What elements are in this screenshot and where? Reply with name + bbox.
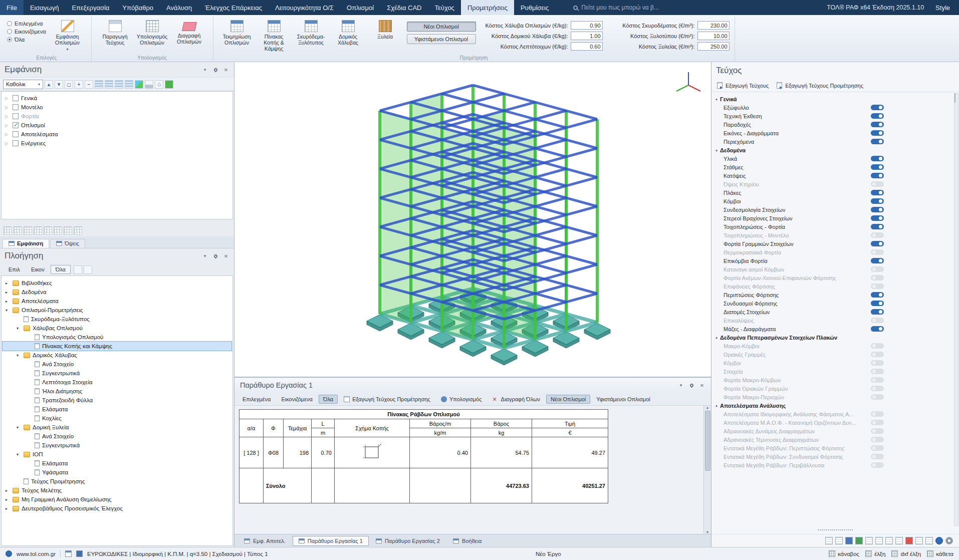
checkbox[interactable] bbox=[13, 113, 19, 119]
document-section-row[interactable]: Τοιχοπληρώσεις - Μοντέλο bbox=[711, 231, 959, 239]
toolbar-button[interactable]: Διαγραφή Όλων bbox=[488, 395, 545, 404]
nav-tree-item[interactable]: Αποτελέσματα bbox=[3, 297, 231, 306]
layer-menu-icon[interactable] bbox=[125, 80, 133, 89]
toggle-switch[interactable] bbox=[871, 394, 884, 400]
document-section-row[interactable]: Επικαλύψεις bbox=[711, 316, 959, 325]
chart-icon[interactable] bbox=[885, 537, 893, 544]
document-section-row[interactable]: Πλάκες bbox=[711, 188, 959, 197]
scope-radio[interactable]: Εικονιζόμενα bbox=[7, 29, 46, 35]
expand-arrow-icon[interactable] bbox=[17, 353, 21, 358]
nav-tree-item[interactable]: Υφάσματα bbox=[3, 468, 231, 477]
mode-toggle-button[interactable]: Νέοι Οπλισμοί bbox=[407, 22, 476, 32]
document-section-row[interactable]: Δεδομένα bbox=[711, 146, 959, 154]
nav-tree-item[interactable]: Ελάσματα bbox=[3, 405, 231, 414]
toggle-switch[interactable] bbox=[871, 326, 884, 332]
close-icon[interactable] bbox=[698, 382, 705, 389]
pdf-icon[interactable] bbox=[905, 537, 913, 544]
bottom-tab[interactable]: Παράθυρο Εργασίας 1 bbox=[293, 536, 369, 546]
document-section-row[interactable]: Στάθμες bbox=[711, 163, 959, 171]
export-survey-document-button[interactable]: Εξαγωγή Τεύχους Προμέτρησης bbox=[777, 82, 863, 89]
expand-arrow-icon[interactable] bbox=[6, 281, 10, 286]
save-icon[interactable] bbox=[895, 537, 903, 544]
menu-item[interactable]: Εισαγωγή bbox=[24, 0, 65, 15]
work-window-scrollbar[interactable]: ▲ ▼ bbox=[703, 406, 711, 534]
document-section-row[interactable]: Φορτία Ανέμων-Χιονιού-Επιφανειών Φόρτιση… bbox=[711, 273, 959, 282]
document-section-row[interactable]: Εντατικά Μεγέθη Ράβδων: Περιβάλλουσα bbox=[711, 461, 959, 469]
info-icon[interactable] bbox=[825, 537, 833, 544]
toggle-switch[interactable] bbox=[871, 122, 884, 127]
document-section-row[interactable]: Εντατικά Μεγέθη Ράβδων: Συνδυασμοί Φόρτι… bbox=[711, 452, 959, 461]
props-icon[interactable] bbox=[74, 226, 82, 235]
display-icon[interactable] bbox=[65, 550, 72, 557]
document-section-row[interactable]: Φορτία Οριακών Γραμμών bbox=[711, 384, 959, 393]
menu-item[interactable]: Προμετρήσεις bbox=[461, 0, 514, 15]
toolbar-button[interactable]: Εικονιζόμενα bbox=[277, 395, 317, 404]
toggle-switch[interactable] bbox=[871, 428, 884, 434]
menu-search[interactable]: Πείτε μου πως μπορώ να β... bbox=[567, 0, 665, 15]
filter-small-icon[interactable] bbox=[64, 226, 72, 235]
toggle-switch[interactable] bbox=[871, 352, 884, 357]
house-icon[interactable] bbox=[155, 80, 163, 89]
word-icon[interactable] bbox=[845, 537, 853, 544]
checkbox[interactable] bbox=[13, 104, 19, 110]
toggle-switch[interactable] bbox=[871, 198, 884, 204]
document-section-row[interactable]: Κατόψεις bbox=[711, 171, 959, 180]
lookup-icon[interactable] bbox=[24, 226, 32, 235]
cost-input[interactable]: 10.00 bbox=[697, 32, 730, 40]
toolbar-button[interactable]: Υφιστάμενοι Οπλισμοί bbox=[592, 395, 654, 404]
document-panel-scrollbar[interactable] bbox=[954, 93, 958, 526]
scope-radio[interactable]: Επιλεγμένα bbox=[7, 21, 46, 27]
globe-icon[interactable] bbox=[935, 537, 943, 544]
export-document-button[interactable]: Εξαγωγή Τεύχους bbox=[717, 82, 769, 89]
ribbon-big-button[interactable]: Πίνακας Κοπής & Κάμψης bbox=[256, 18, 293, 54]
pin-icon[interactable] bbox=[212, 66, 219, 73]
toggle-switch[interactable] bbox=[871, 360, 884, 366]
checkbox[interactable] bbox=[13, 95, 19, 101]
excel-icon[interactable] bbox=[855, 537, 863, 544]
toolbar-button[interactable]: Υπολογισμός bbox=[436, 395, 487, 404]
cost-input[interactable]: 0.90 bbox=[571, 21, 603, 30]
toolbar-button[interactable]: Όλα bbox=[319, 395, 338, 404]
viewport-3d[interactable] bbox=[234, 62, 711, 378]
nav-down-icon[interactable] bbox=[55, 80, 63, 89]
refresh-icon[interactable] bbox=[925, 537, 933, 544]
3d-model-view[interactable] bbox=[234, 62, 711, 377]
document-section-row[interactable]: Περιεχόμενα bbox=[711, 137, 959, 146]
toggle-switch[interactable] bbox=[871, 386, 884, 391]
sum-icon[interactable] bbox=[54, 226, 62, 235]
document-section-row[interactable]: Όψεις Κτηρίου bbox=[711, 180, 959, 188]
toggle-switch[interactable] bbox=[871, 130, 884, 136]
elevation-icon[interactable] bbox=[145, 80, 153, 89]
toggle-switch[interactable] bbox=[871, 105, 884, 110]
nav-tree-item[interactable]: Δομικός Χάλυβας bbox=[3, 351, 231, 360]
toggle-switch[interactable] bbox=[871, 292, 884, 298]
zoom-out-icon[interactable] bbox=[85, 80, 93, 89]
document-section-row[interactable]: Γενικά bbox=[711, 95, 959, 103]
display-tree-item[interactable]: Αποτελέσματα bbox=[3, 130, 231, 139]
toggle-switch[interactable] bbox=[871, 437, 884, 442]
document-section-row[interactable]: Αδρανειακές Δυνάμεις Διαφραγμάτων bbox=[711, 427, 959, 435]
nav-tree-item[interactable]: Συγκεντρωτικά bbox=[3, 441, 231, 450]
document-section-row[interactable]: Αποτελέσματα Ανάλυσης bbox=[711, 401, 959, 410]
menu-item[interactable]: Οπλισμοί bbox=[340, 0, 380, 15]
toggle-switch[interactable] bbox=[871, 207, 884, 212]
document-section-row[interactable]: Θερμοκρασιακά Φορτία bbox=[711, 248, 959, 256]
scrollbar-thumb[interactable] bbox=[705, 411, 710, 471]
nav-up-icon[interactable] bbox=[45, 80, 53, 89]
display-tree-item[interactable]: Φορτία bbox=[3, 112, 231, 121]
nav-tab[interactable]: Όλα bbox=[51, 265, 71, 274]
toggle-switch[interactable] bbox=[871, 266, 884, 272]
toggle-switch[interactable] bbox=[871, 454, 884, 459]
bottom-tab[interactable]: Παράθυρο Εργασίας 2 bbox=[370, 536, 446, 546]
ribbon-big-button[interactable]: Τεκμηρίωση Οπλισμών bbox=[218, 18, 256, 54]
nav-tree-item[interactable]: Οπλισμοί-Προμετρήσεις bbox=[3, 306, 231, 315]
nav-tree-item[interactable]: Τεύχος Μελέτης bbox=[3, 486, 231, 495]
window-1-icon[interactable] bbox=[74, 265, 82, 274]
toggle-switch[interactable] bbox=[871, 318, 884, 323]
nav-tree-item[interactable]: Χάλυβας Οπλισμού bbox=[3, 324, 231, 333]
preview-icon[interactable] bbox=[875, 537, 883, 544]
nav-tab[interactable]: Επιλ bbox=[4, 265, 25, 274]
copy-icon[interactable] bbox=[835, 537, 843, 544]
checkbox[interactable] bbox=[13, 131, 19, 137]
nav-tree-item[interactable]: Δευτεροβάθμιος Προσεισμικός Έλεγχος bbox=[3, 504, 231, 513]
